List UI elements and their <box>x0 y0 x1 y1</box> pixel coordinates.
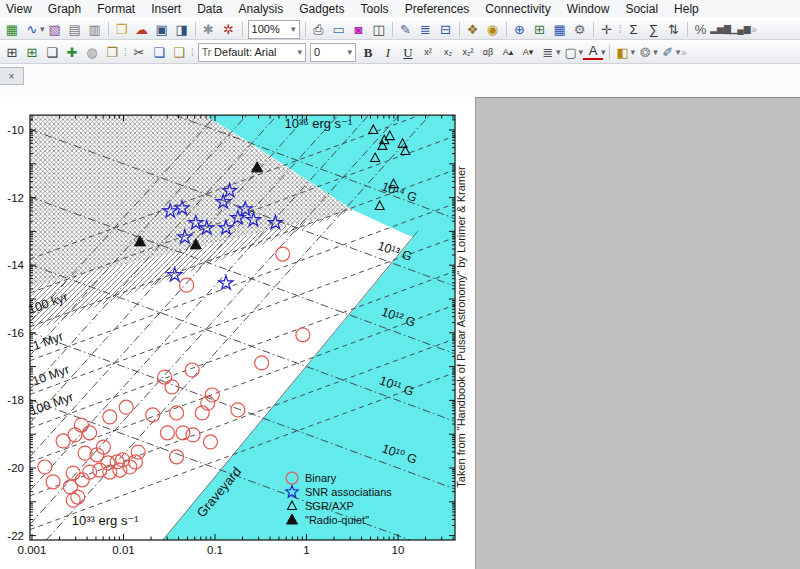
video-export-icon[interactable]: ◫ <box>369 20 389 38</box>
column-chart-2-icon[interactable]: ▁▄▆ <box>731 20 751 38</box>
graph-maker-icon[interactable]: ▦ <box>550 20 570 38</box>
menu-insert[interactable]: Insert <box>143 1 189 17</box>
menu-view[interactable]: View <box>0 1 40 17</box>
menu-format[interactable]: Format <box>89 1 143 17</box>
paste-format-icon[interactable]: ❐ <box>102 43 122 61</box>
legend-label: Binary <box>305 472 337 484</box>
menu-social[interactable]: Social <box>617 1 666 17</box>
y-tick-label: -18 <box>7 394 24 406</box>
zoom-level-dropdown[interactable]: 100%▾ <box>248 20 300 39</box>
edit-page-icon[interactable]: ✎ <box>396 20 416 38</box>
menu-window[interactable]: Window <box>559 1 618 17</box>
percent-format-icon[interactable]: % <box>691 20 711 38</box>
zoom-level-dropdown-value: 100% <box>252 23 280 35</box>
open-cloud-icon[interactable]: ☁ <box>132 20 152 38</box>
toolbar-separator <box>242 22 243 37</box>
zoom-in-icon[interactable]: ⊕ <box>510 20 530 38</box>
style-stamp-icon[interactable]: ❂ <box>635 43 655 61</box>
mask-data-icon[interactable]: ◍ <box>82 43 102 61</box>
duplicate-page-icon[interactable]: ❏ <box>42 43 62 61</box>
border-icon[interactable]: ▢ <box>561 43 581 61</box>
menu-preferences[interactable]: Preferences <box>397 1 478 17</box>
docked-pane-tab[interactable]: × <box>0 67 24 85</box>
line-color-icon[interactable]: ✐ <box>658 43 678 61</box>
font-color-icon[interactable]: A <box>583 45 603 60</box>
menu-data[interactable]: Data <box>189 1 230 17</box>
chevron-down-icon[interactable]: ▾ <box>601 47 606 57</box>
chevron-down-icon[interactable]: ▾ <box>287 24 296 34</box>
options-gear-icon[interactable]: ⚙ <box>570 20 590 38</box>
save-window-icon[interactable]: ◨ <box>172 20 192 38</box>
ppdot-diagram: 10³⁶ erg s⁻¹10¹⁴ G10¹³ G10¹² G10¹¹ G10¹⁰… <box>0 97 476 569</box>
bold-icon[interactable]: B <box>358 43 378 61</box>
subscript-icon[interactable]: x₂ <box>438 43 458 61</box>
font-size-dropdown[interactable]: 0▾ <box>310 43 356 62</box>
toolbar1-overflow-icon[interactable]: » <box>751 24 758 35</box>
layer-management-icon[interactable]: ⊟ <box>436 20 456 38</box>
cut-icon[interactable]: ✂ <box>129 43 149 61</box>
sort-icon[interactable]: ⇅ <box>664 20 684 38</box>
app-center-icon[interactable]: ❖ <box>463 20 483 38</box>
toolbar-handle[interactable]: ⁞ <box>189 47 196 58</box>
column-chart-icon[interactable]: ▂▅▇ <box>711 20 731 38</box>
worksheet-query-icon[interactable]: ⊞ <box>530 20 550 38</box>
attribution-text: Taken from "Handbook of Pulsar Astronomy… <box>455 166 467 488</box>
print-icon[interactable]: ⎙ <box>309 20 329 38</box>
add-plot-icon[interactable]: ✚ <box>62 43 82 61</box>
paste-icon[interactable]: ❑ <box>169 43 189 61</box>
menu-help[interactable]: Help <box>666 1 707 17</box>
new-matrix-icon[interactable]: ▤ <box>65 20 85 38</box>
new-function-plot-icon[interactable]: ▧ <box>45 20 65 38</box>
menu-connectivity[interactable]: Connectivity <box>477 1 558 17</box>
toolbar-separator <box>305 22 306 37</box>
toolbar-handle[interactable]: ⁞ <box>617 24 624 35</box>
truetype-badge-icon: Tr <box>202 47 211 58</box>
toolbar-separator <box>593 22 594 37</box>
add-columns-icon[interactable]: ✛ <box>597 20 617 38</box>
insert-image-icon[interactable]: ◙ <box>349 20 369 38</box>
format-toolbar: ⊞⊞❏✚◍❐⁞✂❏❑⁞TrDefault: Arial▾0▾BIUx²x₂x₂²… <box>0 40 800 64</box>
stats-rows-icon[interactable]: ∑ <box>644 20 664 38</box>
stats-columns-icon[interactable]: Σ <box>624 20 644 38</box>
new-graph-icon[interactable]: ∿ <box>22 20 42 38</box>
insert-sheet-icon[interactable]: ⊞ <box>22 43 42 61</box>
graph-page[interactable]: 10³⁶ erg s⁻¹10¹⁴ G10¹³ G10¹² G10¹¹ G10¹⁰… <box>0 97 476 569</box>
super-subscript-icon[interactable]: x₂² <box>458 43 478 61</box>
toolbar2-overflow-icon[interactable]: » <box>680 47 687 58</box>
menu-gadgets[interactable]: Gadgets <box>291 1 352 17</box>
chevron-down-icon[interactable]: ▾ <box>293 47 302 57</box>
dock-strip: × <box>0 64 800 97</box>
search-icon[interactable]: ◉ <box>483 20 503 38</box>
recalculate-all-icon[interactable]: ✲ <box>219 20 239 38</box>
toolbar-handle[interactable]: ⁞ <box>122 47 129 58</box>
arrange-layers-icon[interactable]: ≣ <box>416 20 436 38</box>
menu-graph[interactable]: Graph <box>40 1 89 17</box>
save-project-icon[interactable]: ▣ <box>152 20 172 38</box>
insert-cells-icon[interactable]: ⊞ <box>2 43 22 61</box>
open-folder-icon[interactable]: ❐ <box>112 20 132 38</box>
menu-tools[interactable]: Tools <box>353 1 397 17</box>
toolbar-separator <box>108 22 109 37</box>
greek-icon[interactable]: αβ <box>478 43 498 61</box>
decrease-font-icon[interactable]: A▾ <box>518 43 538 61</box>
y-tick-label: -14 <box>7 259 24 271</box>
fill-color-icon[interactable]: ◧ <box>613 43 633 61</box>
new-notes-icon[interactable]: ▥ <box>85 20 105 38</box>
toolbar-separator <box>195 22 196 37</box>
font-dropdown[interactable]: TrDefault: Arial▾ <box>198 43 306 62</box>
recalculate-icon[interactable]: ✱ <box>199 20 219 38</box>
new-workbook-icon[interactable]: ▦ <box>2 20 22 38</box>
chevron-down-icon[interactable]: ▾ <box>343 47 352 57</box>
superscript-icon[interactable]: x² <box>418 43 438 61</box>
slide-show-icon[interactable]: ▭ <box>329 20 349 38</box>
x-tick-label: 0.001 <box>18 544 47 556</box>
increase-font-icon[interactable]: A▴ <box>498 43 518 61</box>
line-label: 10³³ erg s⁻¹ <box>72 513 139 528</box>
x-tick-label: 10 <box>392 544 405 556</box>
toolbar-separator <box>392 22 393 37</box>
line-spacing-icon[interactable]: ≣ <box>538 43 558 61</box>
menu-analysis[interactable]: Analysis <box>231 1 292 17</box>
underline-icon[interactable]: U <box>398 43 418 61</box>
italic-icon[interactable]: I <box>378 43 398 61</box>
copy-icon[interactable]: ❏ <box>149 43 169 61</box>
